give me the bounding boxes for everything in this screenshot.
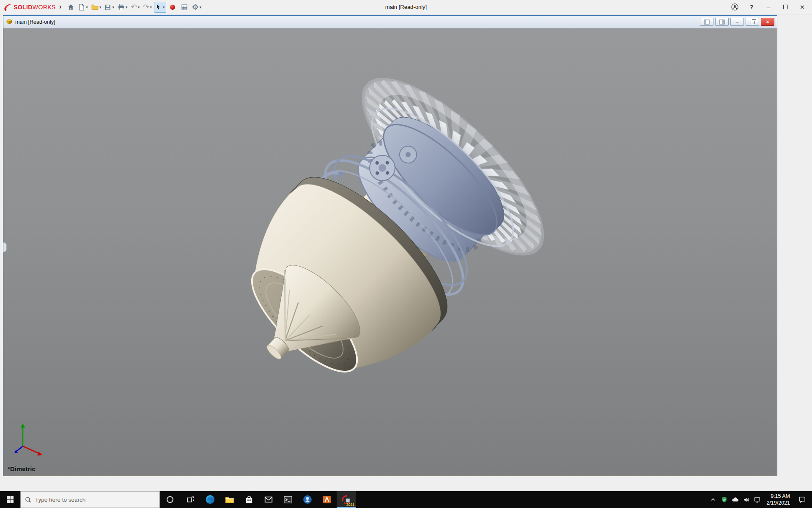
save-icon [104, 4, 111, 11]
app-titlebar: SOLIDWORKS › ▾ ▾ ▾ ▾ ↶ ▾ ↷ ▾ ▾ ⚙ [0, 0, 812, 14]
dropdown-caret[interactable]: ▾ [200, 5, 202, 9]
dropdown-caret[interactable]: ▾ [112, 5, 114, 9]
minimize-button[interactable]: – [760, 1, 776, 14]
menu-expand-button[interactable]: › [58, 3, 65, 12]
brand-text: SOLIDWORKS [14, 4, 56, 11]
dropdown-caret[interactable]: ▾ [163, 5, 165, 9]
start-button[interactable] [0, 491, 20, 508]
tile-right-icon [719, 19, 725, 25]
new-document-button[interactable]: ▾ [77, 2, 89, 13]
print-icon [118, 3, 125, 11]
taskbar-app-solidworks[interactable]: 2021 [337, 491, 356, 508]
view-orientation-label: *Dimetric [8, 465, 36, 472]
maximize-button[interactable] [777, 1, 793, 14]
document-window-titlebar[interactable]: main [Read-only] – × [3, 16, 777, 28]
document-minimize-button[interactable]: – [730, 18, 744, 26]
dropdown-caret[interactable]: ▾ [126, 5, 128, 9]
home-icon [67, 3, 74, 11]
clock-date: 2/19/2021 [766, 500, 790, 506]
maximize-icon [783, 5, 788, 9]
close-button[interactable]: × [794, 1, 810, 14]
tile-right-button[interactable] [715, 18, 729, 26]
blue-app-icon [302, 494, 313, 505]
taskbar-app-file-explorer[interactable] [220, 491, 239, 508]
cortana-button[interactable] [160, 491, 180, 508]
dropdown-caret[interactable]: ▾ [99, 5, 102, 9]
undo-icon: ↶ [131, 3, 137, 11]
volume-tray-icon[interactable] [741, 491, 751, 508]
system-tray: 9:15 AM 2/19/2021 [708, 491, 812, 508]
chevron-up-icon [710, 496, 716, 503]
save-button[interactable]: ▾ [103, 2, 115, 13]
document-window: main [Read-only] – × [3, 15, 777, 476]
dropdown-caret[interactable]: ▾ [138, 5, 140, 9]
edge-icon [205, 494, 215, 505]
tile-left-button[interactable] [700, 18, 713, 26]
mail-icon [263, 494, 274, 505]
shield-check-icon [721, 496, 728, 503]
task-view-icon [186, 495, 195, 504]
cortana-icon [166, 495, 174, 504]
account-icon [731, 3, 739, 11]
network-tray-icon[interactable] [752, 491, 762, 508]
antivirus-tray-icon[interactable] [719, 491, 729, 508]
help-button[interactable]: ? [743, 1, 760, 14]
search-icon [25, 496, 32, 503]
home-button[interactable] [65, 2, 76, 13]
tile-left-icon [704, 19, 710, 25]
file-properties-button[interactable] [179, 2, 190, 13]
redo-button[interactable]: ↷ ▾ [142, 2, 153, 13]
task-view-button[interactable] [180, 491, 200, 508]
select-cursor-icon [155, 4, 162, 11]
restore-icon [751, 21, 754, 24]
action-center-icon [798, 496, 806, 503]
clock-time: 9:15 AM [766, 493, 790, 500]
taskbar-search[interactable] [20, 491, 160, 508]
speaker-icon [743, 496, 750, 503]
x-axis-arrow [23, 446, 39, 453]
workspace: main [Read-only] – × [0, 14, 812, 491]
red-sphere-icon [169, 4, 176, 11]
options-button[interactable]: ⚙ ▾ [191, 2, 203, 13]
assembly-cube-icon [6, 19, 13, 25]
undo-button[interactable]: ↶ ▾ [129, 2, 141, 13]
titlebar-right-controls: ? – × [727, 1, 812, 14]
select-tool-button[interactable]: ▾ [154, 2, 166, 13]
solidworks-logo[interactable]: SOLIDWORKS [0, 3, 58, 11]
taskbar-clock[interactable]: 9:15 AM 2/19/2021 [763, 493, 793, 507]
document-window-title: main [Read-only] [15, 19, 55, 25]
brand-works: WORKS [33, 4, 56, 11]
taskbar-app-terminal[interactable] [278, 491, 298, 508]
taskbar-app-orange[interactable] [317, 491, 337, 508]
solidworks-version-badge: 2021 [346, 502, 354, 507]
dropdown-caret[interactable]: ▾ [86, 5, 88, 9]
action-center-button[interactable] [794, 491, 810, 508]
taskbar-app-edge[interactable] [200, 491, 220, 508]
orientation-triad [11, 420, 49, 458]
open-button[interactable]: ▾ [90, 2, 103, 13]
brand-solid: SOLID [14, 4, 33, 11]
model-jet-engine[interactable] [3, 28, 777, 476]
search-input[interactable] [21, 497, 159, 503]
start-icon [6, 496, 14, 503]
account-button[interactable] [727, 1, 743, 14]
graphics-area[interactable]: *Dimetric [3, 28, 777, 476]
ds-logo-icon [3, 3, 12, 11]
dropdown-caret[interactable]: ▾ [150, 5, 152, 9]
print-button[interactable]: ▾ [116, 2, 129, 13]
document-close-button[interactable]: × [761, 18, 774, 26]
taskbar-app-blue[interactable] [298, 491, 317, 508]
taskbar-app-mail[interactable] [259, 491, 278, 508]
monitor-icon [754, 496, 761, 503]
z-axis-arrow [17, 446, 23, 451]
tray-expand-button[interactable] [708, 491, 718, 508]
document-restore-button[interactable] [746, 18, 759, 26]
sphere-tool-button[interactable] [167, 2, 178, 13]
help-icon: ? [750, 4, 754, 11]
open-icon [91, 3, 99, 11]
cloud-icon [731, 496, 739, 503]
cloud-tray-icon[interactable] [730, 491, 740, 508]
taskbar-app-store[interactable] [239, 491, 259, 508]
file-explorer-icon [225, 494, 235, 505]
new-document-icon [78, 4, 85, 11]
